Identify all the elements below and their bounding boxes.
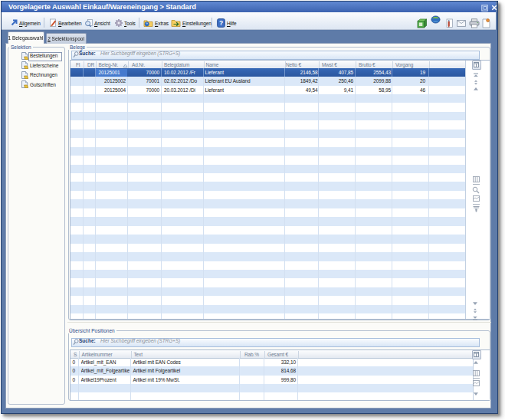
svg-text:?: ?: [219, 19, 223, 27]
